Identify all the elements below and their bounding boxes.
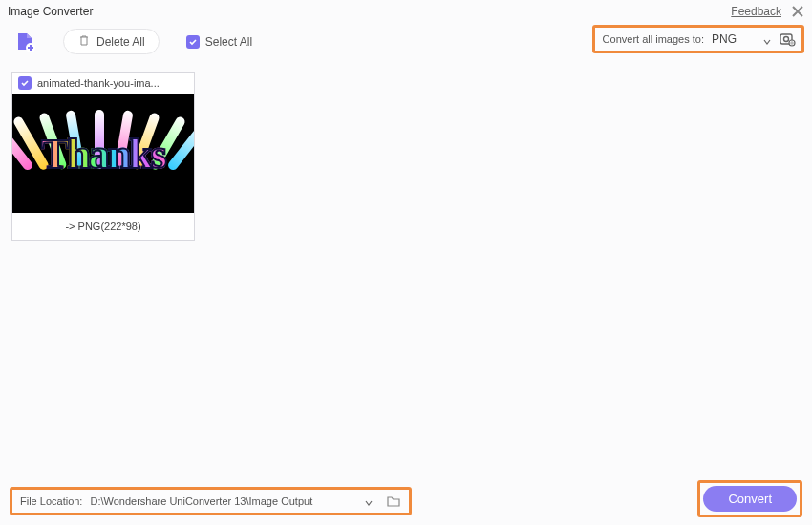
toolbar: Delete All Select All Convert all images… bbox=[0, 23, 812, 64]
close-icon[interactable] bbox=[791, 5, 804, 18]
app-title: Image Converter bbox=[8, 5, 93, 18]
file-location-select[interactable]: D:\Wondershare UniConverter 13\Image Out… bbox=[90, 495, 373, 507]
convert-button[interactable]: Convert bbox=[703, 486, 797, 512]
card-thumbnail: Thanks bbox=[12, 94, 194, 213]
header: Image Converter Feedback bbox=[0, 0, 812, 23]
format-value: PNG bbox=[712, 32, 737, 46]
card-output-info: -> PNG(222*98) bbox=[12, 213, 194, 240]
delete-all-label: Delete All bbox=[96, 35, 145, 49]
chevron-down-icon bbox=[763, 35, 771, 43]
convert-panel: Convert bbox=[697, 480, 802, 517]
header-right: Feedback bbox=[731, 5, 804, 18]
content-area: animated-thank-you-ima... Thanks -> PNG(… bbox=[0, 64, 812, 248]
image-card[interactable]: animated-thank-you-ima... Thanks -> PNG(… bbox=[11, 72, 195, 241]
svg-point-2 bbox=[784, 37, 789, 42]
chevron-down-icon bbox=[365, 497, 373, 505]
folder-icon[interactable] bbox=[386, 494, 401, 509]
file-location-path: D:\Wondershare UniConverter 13\Image Out… bbox=[90, 495, 312, 507]
output-settings-icon[interactable] bbox=[779, 31, 796, 48]
select-all-label: Select All bbox=[205, 35, 252, 49]
convert-target-label: Convert all images to: bbox=[603, 33, 704, 45]
format-select[interactable]: PNG bbox=[712, 32, 771, 46]
file-location-panel: File Location: D:\Wondershare UniConvert… bbox=[10, 487, 412, 515]
card-header: animated-thank-you-ima... bbox=[12, 73, 194, 94]
thumbnail-text: Thanks bbox=[41, 130, 165, 178]
card-filename: animated-thank-you-ima... bbox=[37, 77, 160, 89]
checkbox-checked-icon[interactable] bbox=[18, 76, 32, 90]
convert-target-panel: Convert all images to: PNG bbox=[592, 25, 804, 53]
add-file-icon[interactable] bbox=[13, 31, 36, 53]
delete-all-button[interactable]: Delete All bbox=[63, 29, 160, 54]
file-location-label: File Location: bbox=[20, 495, 82, 507]
trash-icon bbox=[77, 33, 91, 50]
select-all-checkbox[interactable]: Select All bbox=[186, 35, 252, 49]
checkbox-checked-icon bbox=[186, 35, 200, 49]
feedback-link[interactable]: Feedback bbox=[731, 5, 781, 18]
